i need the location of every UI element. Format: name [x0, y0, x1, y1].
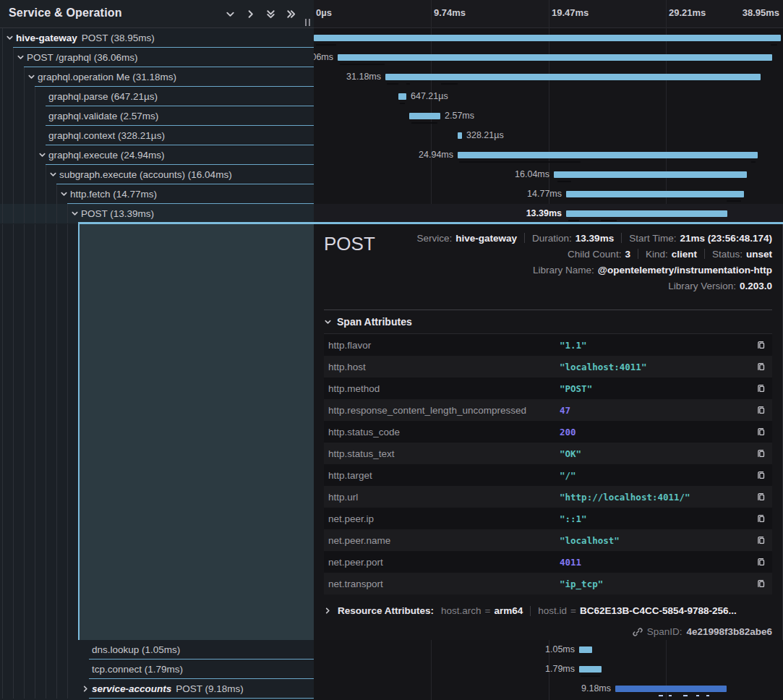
span-bar-row[interactable]: 14.77ms	[314, 184, 783, 204]
span-bar-row[interactable]	[314, 28, 783, 48]
library-name-value: @opentelemetry/instrumentation-http	[598, 265, 772, 276]
duration-label: 16.04ms	[515, 165, 549, 184]
attr-value: 4011	[560, 557, 756, 568]
span-id-row: SpanID: 4e21998f3b82abe6	[633, 626, 772, 637]
span-row-graphql-context[interactable]: graphql.context (328.21µs)	[0, 126, 314, 145]
start-time-label: Start Time:	[629, 233, 676, 244]
copy-icon[interactable]	[756, 404, 766, 416]
span-bar-row[interactable]: 328.21µs	[314, 126, 783, 145]
span-row-graphql-parse[interactable]: graphql.parse (647.21µs)	[0, 87, 314, 106]
duration-bar[interactable]	[554, 171, 747, 178]
duration-bar[interactable]	[566, 191, 744, 197]
chevron-down-icon[interactable]	[60, 190, 68, 198]
span-row-graphql-validate[interactable]: graphql.validate (2.57ms)	[0, 106, 314, 126]
attr-value: "localhost:4011"	[560, 362, 756, 372]
duration-bar[interactable]	[579, 666, 602, 673]
attribute-row: http.host"localhost:4011"	[324, 356, 772, 377]
duration-bar[interactable]	[398, 93, 406, 100]
copy-icon[interactable]	[756, 578, 766, 589]
span-row-graphql-operation[interactable]: graphql.operation Me (31.18ms)	[0, 67, 314, 87]
chevron-down-icon[interactable]	[27, 73, 35, 81]
copy-icon[interactable]	[756, 448, 766, 459]
resource-key: host.id	[538, 605, 567, 616]
attribute-row: net.transport"ip_tcp"	[324, 573, 772, 594]
attr-key: http.host	[328, 362, 560, 372]
span-row-http-fetch[interactable]: http.fetch (14.77ms)	[0, 184, 314, 204]
copy-icon[interactable]	[756, 339, 766, 351]
span-bar-row[interactable]: 31.18ms	[314, 67, 783, 87]
span-row-graphql-execute[interactable]: graphql.execute (24.94ms)	[0, 145, 314, 165]
span-row-hive-gateway-post[interactable]: hive-gatewayPOST (38.95ms)	[0, 28, 314, 48]
duration-bar[interactable]	[338, 54, 772, 61]
resource-attributes-title: Resource Attributes:	[338, 605, 434, 616]
duration-bar[interactable]	[615, 686, 727, 692]
duration-bar[interactable]	[409, 113, 440, 119]
attr-key: http.flavor	[328, 340, 560, 351]
child-count-value: 3	[625, 249, 630, 260]
copy-icon[interactable]	[756, 469, 766, 481]
span-bar-row[interactable]: 2.57ms	[314, 106, 783, 126]
trace-viewer: Service & Operation hive-gatewayPOST (38…	[0, 0, 783, 700]
chevron-down-icon[interactable]	[6, 34, 14, 42]
kind-value: client	[672, 249, 697, 260]
copy-icon[interactable]	[756, 534, 766, 546]
duration-label: Duration:	[532, 233, 572, 244]
span-label: graphql.execute (24.94ms)	[48, 145, 165, 165]
duration-bar[interactable]	[566, 210, 727, 217]
duration-label: 2.57ms	[445, 106, 474, 126]
attribute-row: http.target"/"	[324, 464, 772, 486]
copy-icon[interactable]	[756, 491, 766, 503]
duration-bar[interactable]	[458, 152, 758, 158]
duration-bar[interactable]	[314, 35, 781, 41]
attr-value: "::1"	[560, 513, 756, 524]
span-row-post-graphql[interactable]: POST /graphql (36.06ms)	[0, 48, 314, 67]
span-row-post-selected[interactable]: POST (13.39ms)	[0, 204, 314, 223]
panel-resize-grip[interactable]	[304, 19, 312, 27]
copy-icon[interactable]	[756, 513, 766, 524]
copy-icon[interactable]	[756, 383, 766, 394]
attr-key: http.status_code	[328, 427, 560, 438]
attr-value: "localhost"	[560, 535, 756, 546]
collapse-one-icon[interactable]	[245, 9, 256, 20]
span-label: dns.lookup (1.05ms)	[92, 640, 180, 660]
chevron-down-icon[interactable]	[49, 171, 57, 179]
chevron-down-icon[interactable]	[17, 54, 25, 61]
chevron-right-icon[interactable]	[82, 685, 90, 693]
span-row-subgraph-execute[interactable]: subgraph.execute (accounts) (16.04ms)	[0, 165, 314, 184]
chevron-down-icon[interactable]	[38, 151, 46, 159]
resource-attributes-row[interactable]: Resource Attributes: host.arch = arm64 h…	[324, 605, 737, 616]
span-row-tcp-connect[interactable]: tcp.connect (1.79ms)	[0, 660, 314, 679]
expand-one-icon[interactable]	[225, 9, 236, 20]
copy-icon[interactable]	[756, 426, 766, 438]
span-bar-row[interactable]: 9.18ms	[314, 679, 783, 699]
collapse-all-icon[interactable]	[286, 9, 296, 20]
duration-bar[interactable]	[579, 646, 592, 653]
duration-value: 13.39ms	[576, 233, 614, 244]
attr-key: http.url	[328, 492, 560, 503]
duration-bar[interactable]	[458, 132, 462, 139]
span-bar-row[interactable]: 1.79ms	[314, 660, 783, 679]
duration-label: 647.21µs	[411, 87, 448, 106]
resource-value: arm64	[494, 605, 523, 616]
span-attributes-toggle[interactable]: Span Attributes	[324, 316, 412, 328]
attr-value: "1.1"	[560, 340, 756, 351]
timeline-tick: 38.95ms	[743, 7, 779, 18]
service-name: hive-gateway	[16, 33, 77, 43]
equals-sign: =	[485, 605, 491, 616]
attr-key: net.peer.name	[328, 535, 560, 546]
expand-all-icon[interactable]	[265, 9, 276, 20]
span-bar-row[interactable]: 36.06ms	[314, 48, 783, 67]
span-bar-row-selected[interactable]: 13.39ms	[314, 204, 783, 223]
span-row-service-accounts-post[interactable]: service-accountsPOST (9.18ms)	[0, 679, 314, 699]
copy-icon[interactable]	[756, 361, 766, 372]
chevron-down-icon[interactable]	[71, 210, 79, 218]
duration-bar[interactable]	[385, 74, 761, 80]
span-label: graphql.context (328.21µs)	[48, 126, 165, 145]
link-icon[interactable]	[633, 627, 643, 637]
span-bar-row[interactable]: 1.05ms	[314, 640, 783, 660]
span-bar-row[interactable]: 24.94ms	[314, 145, 783, 165]
span-row-dns-lookup[interactable]: dns.lookup (1.05ms)	[0, 640, 314, 660]
span-bar-row[interactable]: 16.04ms	[314, 165, 783, 184]
span-bar-row[interactable]: 647.21µs	[314, 87, 783, 106]
copy-icon[interactable]	[756, 556, 766, 568]
